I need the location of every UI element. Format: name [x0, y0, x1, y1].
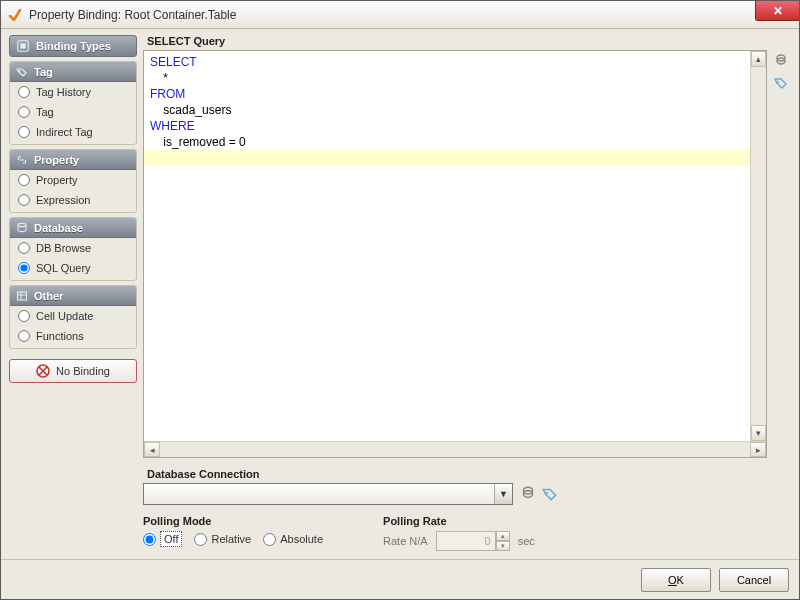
- polling-option-relative[interactable]: Relative: [194, 533, 251, 546]
- query-editor[interactable]: SELECT * FROM scada_users WHERE is_remov…: [144, 51, 750, 441]
- polling-option-absolute[interactable]: Absolute: [263, 533, 323, 546]
- group-header-property: Property: [10, 150, 136, 170]
- chevron-down-icon: ▼: [494, 484, 512, 504]
- scroll-left-button[interactable]: ◂: [144, 442, 160, 457]
- sidebar-item-label: Indirect Tag: [36, 126, 93, 138]
- group-header-database: Database: [10, 218, 136, 238]
- svg-point-3: [18, 223, 26, 226]
- group-title: Tag: [34, 66, 53, 78]
- svg-rect-4: [18, 292, 27, 300]
- scroll-down-button[interactable]: ▾: [751, 425, 766, 441]
- sidebar-group-tag: TagTag HistoryTagIndirect Tag: [9, 61, 137, 145]
- sidebar-header-label: Binding Types: [36, 40, 111, 52]
- table-icon: [16, 290, 28, 302]
- polling-radio-absolute[interactable]: [263, 533, 276, 546]
- scroll-up-button[interactable]: ▴: [751, 51, 766, 67]
- polling-mode-label: Polling Mode: [143, 515, 323, 527]
- close-icon: ✕: [773, 5, 783, 17]
- link-icon: [16, 154, 28, 166]
- polling-option-label: Absolute: [280, 533, 323, 545]
- rate-spin-up: ▴: [496, 531, 510, 541]
- ok-button[interactable]: OK: [641, 568, 711, 592]
- radio-db-browse[interactable]: [18, 242, 30, 254]
- cancel-button[interactable]: Cancel: [719, 568, 789, 592]
- polling-section: Polling Mode OffRelativeAbsolute Polling…: [143, 515, 791, 551]
- no-binding-label: No Binding: [56, 365, 110, 377]
- rate-spin-down: ▾: [496, 541, 510, 551]
- polling-option-label: Relative: [211, 533, 251, 545]
- polling-radio-relative[interactable]: [194, 533, 207, 546]
- tag-icon: [16, 66, 28, 78]
- sidebar-item-indirect-tag[interactable]: Indirect Tag: [10, 122, 136, 142]
- polling-option-label: Off: [160, 531, 182, 547]
- query-editor-frame: SELECT * FROM scada_users WHERE is_remov…: [143, 50, 767, 458]
- radio-tag[interactable]: [18, 106, 30, 118]
- polling-rate-label: Polling Rate: [383, 515, 535, 527]
- radio-sql-query[interactable]: [18, 262, 30, 274]
- svg-point-2: [19, 70, 21, 72]
- group-header-tag: Tag: [10, 62, 136, 82]
- svg-point-10: [777, 81, 779, 83]
- sidebar-item-label: Property: [36, 174, 78, 186]
- no-binding-button[interactable]: No Binding: [9, 359, 137, 383]
- sidebar-item-label: SQL Query: [36, 262, 91, 274]
- group-title: Database: [34, 222, 83, 234]
- no-binding-icon: [36, 364, 50, 378]
- window-title: Property Binding: Root Container.Table: [29, 8, 236, 22]
- database-icon: [16, 222, 28, 234]
- radio-cell-update[interactable]: [18, 310, 30, 322]
- sidebar-group-database: DatabaseDB BrowseSQL Query: [9, 217, 137, 281]
- rate-spinner: ▴ ▾: [436, 531, 510, 551]
- sidebar-item-tag[interactable]: Tag: [10, 102, 136, 122]
- polling-radio-off[interactable]: [143, 533, 156, 546]
- radio-indirect-tag[interactable]: [18, 126, 30, 138]
- horizontal-scrollbar[interactable]: ◂ ▸: [144, 441, 766, 457]
- sidebar-item-functions[interactable]: Functions: [10, 326, 136, 346]
- sidebar-item-label: Functions: [36, 330, 84, 342]
- sidebar-item-expression[interactable]: Expression: [10, 190, 136, 210]
- rate-prefix: Rate N/A: [383, 535, 428, 547]
- rate-unit: sec: [518, 535, 535, 547]
- group-header-other: Other: [10, 286, 136, 306]
- app-icon: [7, 7, 23, 23]
- sidebar-item-label: Tag History: [36, 86, 91, 98]
- group-title: Other: [34, 290, 63, 302]
- svg-point-11: [546, 492, 548, 494]
- db-connection-section: Database Connection ▼: [143, 468, 791, 505]
- radio-tag-history[interactable]: [18, 86, 30, 98]
- svg-rect-1: [20, 43, 25, 48]
- db-tag-icon[interactable]: [541, 485, 559, 503]
- sidebar-item-label: Tag: [36, 106, 54, 118]
- insert-property-icon[interactable]: [772, 52, 790, 70]
- footer: OK Cancel: [1, 559, 799, 599]
- radio-property[interactable]: [18, 174, 30, 186]
- titlebar: Property Binding: Root Container.Table ✕: [1, 1, 799, 29]
- db-connection-dropdown[interactable]: ▼: [143, 483, 513, 505]
- radio-expression[interactable]: [18, 194, 30, 206]
- polling-option-off[interactable]: Off: [143, 531, 182, 547]
- main-panel: SELECT Query SELECT * FROM scada_users W…: [143, 35, 791, 551]
- vertical-scrollbar[interactable]: ▴ ▾: [750, 51, 766, 441]
- db-connection-label: Database Connection: [147, 468, 791, 480]
- scroll-right-button[interactable]: ▸: [750, 442, 766, 457]
- sidebar-item-tag-history[interactable]: Tag History: [10, 82, 136, 102]
- sidebar-item-cell-update[interactable]: Cell Update: [10, 306, 136, 326]
- sidebar-item-property[interactable]: Property: [10, 170, 136, 190]
- group-title: Property: [34, 154, 79, 166]
- radio-functions[interactable]: [18, 330, 30, 342]
- sidebar-item-label: DB Browse: [36, 242, 91, 254]
- binding-types-icon: [16, 39, 30, 53]
- editor-side-tools: [771, 50, 791, 458]
- sidebar-group-other: OtherCell UpdateFunctions: [9, 285, 137, 349]
- sidebar-group-property: PropertyPropertyExpression: [9, 149, 137, 213]
- db-link-icon[interactable]: [519, 485, 537, 503]
- sidebar-item-label: Cell Update: [36, 310, 93, 322]
- rate-input: [436, 531, 496, 551]
- property-binding-window: Property Binding: Root Container.Table ✕…: [0, 0, 800, 600]
- close-button[interactable]: ✕: [755, 1, 799, 21]
- sidebar-item-db-browse[interactable]: DB Browse: [10, 238, 136, 258]
- sidebar-item-sql-query[interactable]: SQL Query: [10, 258, 136, 278]
- insert-tag-icon[interactable]: [772, 74, 790, 92]
- sidebar: Binding Types TagTag HistoryTagIndirect …: [9, 35, 137, 551]
- editor-wrap: SELECT * FROM scada_users WHERE is_remov…: [143, 50, 791, 458]
